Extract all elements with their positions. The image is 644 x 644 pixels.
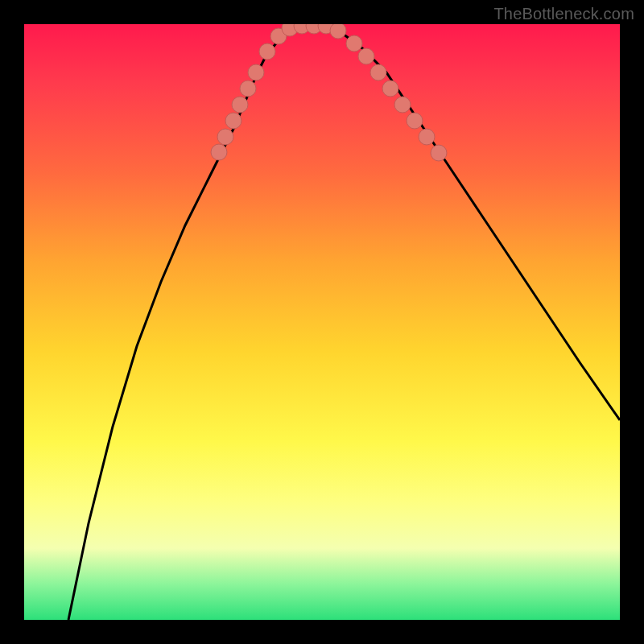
marker-dot [240,80,256,97]
marker-dot [407,113,423,129]
marker-group [211,24,447,161]
marker-dot [225,113,242,129]
watermark-text: TheBottleneck.com [493,5,634,23]
marker-dot [346,35,362,52]
frame: TheBottleneck.com [0,0,644,644]
marker-dot [259,43,275,60]
marker-dot [382,80,398,97]
marker-dot [358,48,374,64]
marker-dot [248,64,264,80]
chart-svg [24,24,620,620]
bottleneck-curve [68,26,620,620]
marker-dot [419,129,435,145]
marker-dot [431,145,447,161]
marker-dot [330,24,346,39]
marker-dot [232,97,248,113]
marker-dot [211,144,227,160]
plot-area [24,24,620,620]
marker-dot [370,64,386,80]
marker-dot [217,129,233,145]
marker-dot [394,97,411,113]
